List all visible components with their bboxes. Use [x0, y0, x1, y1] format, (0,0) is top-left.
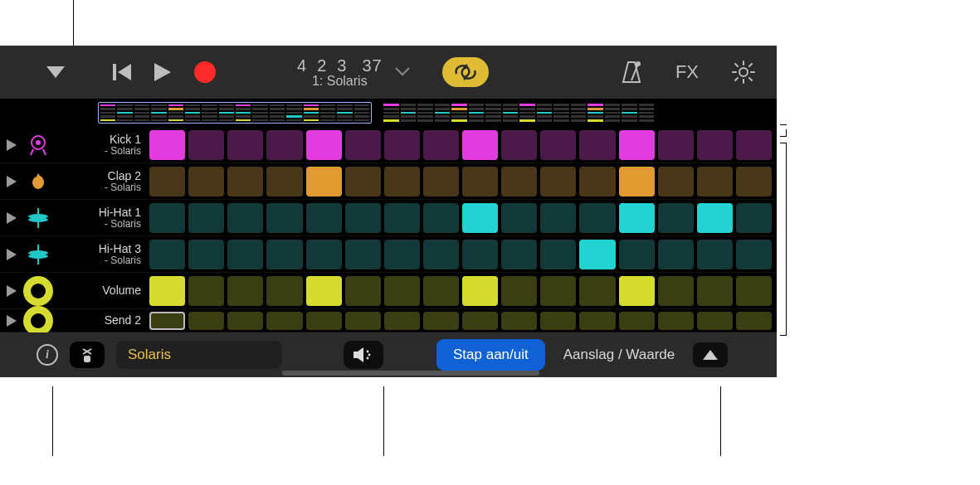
step-cell[interactable] — [540, 276, 576, 306]
hihat1-icon[interactable] — [23, 203, 53, 233]
velocity-value-button[interactable]: Aanslag / Waarde — [563, 347, 675, 363]
row-play-button[interactable] — [0, 315, 23, 327]
step-cell[interactable] — [619, 203, 655, 233]
step-cell[interactable] — [736, 276, 772, 306]
step-cell[interactable] — [501, 276, 537, 306]
step-cell[interactable] — [266, 312, 302, 330]
step-cell[interactable] — [462, 130, 498, 160]
step-cell[interactable] — [227, 240, 263, 269]
row-play-button[interactable] — [0, 249, 23, 260]
step-cell[interactable] — [736, 167, 772, 196]
hihat3-icon[interactable] — [23, 240, 53, 269]
step-cell[interactable] — [736, 312, 772, 330]
step-cell[interactable] — [579, 130, 615, 160]
step-cell[interactable] — [579, 240, 615, 269]
step-cell[interactable] — [736, 203, 772, 233]
send2-icon[interactable] — [23, 306, 53, 336]
step-cell[interactable] — [266, 240, 302, 269]
clap-icon[interactable] — [23, 167, 53, 196]
step-cell[interactable] — [306, 276, 342, 306]
row-label[interactable]: Volume — [56, 284, 148, 297]
step-cell[interactable] — [384, 130, 420, 160]
step-cell[interactable] — [462, 240, 498, 269]
overview-pattern-block[interactable] — [98, 102, 372, 124]
dismiss-button[interactable] — [70, 342, 105, 368]
step-cell[interactable] — [619, 240, 655, 269]
step-cell[interactable] — [579, 276, 615, 306]
step-cell[interactable] — [149, 130, 185, 160]
step-cell[interactable] — [384, 167, 420, 196]
fx-button[interactable]: FX — [675, 61, 699, 83]
step-cell[interactable] — [188, 312, 224, 330]
step-cell[interactable] — [266, 203, 302, 233]
step-cell[interactable] — [345, 203, 381, 233]
horizontal-scrollbar[interactable] — [282, 371, 539, 376]
step-cell[interactable] — [462, 276, 498, 306]
step-cell[interactable] — [227, 167, 263, 196]
step-cell[interactable] — [423, 203, 459, 233]
step-cell[interactable] — [384, 240, 420, 269]
step-cell[interactable] — [697, 130, 733, 160]
step-cell[interactable] — [345, 130, 381, 160]
row-play-button[interactable] — [0, 139, 23, 151]
step-cell[interactable] — [697, 312, 733, 330]
step-cell[interactable] — [149, 276, 185, 306]
step-cell[interactable] — [306, 312, 342, 330]
step-cell[interactable] — [188, 203, 224, 233]
step-cell[interactable] — [227, 203, 263, 233]
step-cell[interactable] — [501, 167, 537, 196]
row-label[interactable]: Clap 2- Solaris — [56, 170, 148, 192]
step-cell[interactable] — [149, 203, 185, 233]
step-cell[interactable] — [423, 167, 459, 196]
step-cell[interactable] — [736, 130, 772, 160]
step-cell[interactable] — [658, 203, 694, 233]
step-on-off-button[interactable]: Stap aan/uit — [436, 339, 545, 371]
step-cell[interactable] — [619, 167, 655, 196]
step-cell[interactable] — [188, 276, 224, 306]
step-cell[interactable] — [188, 240, 224, 269]
step-cell[interactable] — [345, 240, 381, 269]
pattern-overview[interactable] — [0, 99, 777, 127]
row-label[interactable]: Hi-Hat 3- Solaris — [56, 243, 148, 265]
step-cell[interactable] — [423, 240, 459, 269]
step-cell[interactable] — [462, 312, 498, 330]
lcd-menu-chevron-icon[interactable] — [394, 65, 411, 80]
step-cell[interactable] — [384, 203, 420, 233]
step-cell[interactable] — [658, 276, 694, 306]
step-cell[interactable] — [697, 240, 733, 269]
step-cell[interactable] — [423, 312, 459, 330]
step-cell[interactable] — [658, 130, 694, 160]
step-cell[interactable] — [619, 276, 655, 306]
step-cell[interactable] — [266, 130, 302, 160]
metronome-button[interactable] — [621, 61, 642, 84]
step-cell[interactable] — [345, 167, 381, 196]
step-cell[interactable] — [658, 240, 694, 269]
go-to-start-button[interactable] — [113, 64, 131, 80]
step-cell[interactable] — [540, 240, 576, 269]
row-play-button[interactable] — [0, 285, 23, 297]
step-cell[interactable] — [306, 167, 342, 196]
step-cell[interactable] — [619, 130, 655, 160]
step-cell[interactable] — [501, 130, 537, 160]
step-cell[interactable] — [658, 167, 694, 196]
step-cell[interactable] — [423, 276, 459, 306]
step-cell[interactable] — [540, 130, 576, 160]
step-cell[interactable] — [540, 203, 576, 233]
step-cell[interactable] — [149, 167, 185, 196]
preview-sound-button[interactable] — [344, 341, 383, 369]
kick-icon[interactable] — [23, 130, 53, 160]
row-label[interactable]: Kick 1- Solaris — [56, 133, 148, 156]
step-cell[interactable] — [227, 130, 263, 160]
step-cell[interactable] — [501, 240, 537, 269]
step-cell[interactable] — [579, 167, 615, 196]
step-cell[interactable] — [462, 203, 498, 233]
step-cell[interactable] — [423, 130, 459, 160]
volume-icon[interactable] — [23, 276, 53, 306]
step-cell[interactable] — [266, 276, 302, 306]
lcd-display[interactable]: 4 2 3 37 1: Solaris — [297, 56, 411, 89]
step-cell[interactable] — [306, 130, 342, 160]
step-cell[interactable] — [384, 312, 420, 330]
kit-name-field[interactable]: Solaris — [116, 341, 282, 369]
step-cell[interactable] — [149, 240, 185, 269]
step-cell[interactable] — [579, 203, 615, 233]
